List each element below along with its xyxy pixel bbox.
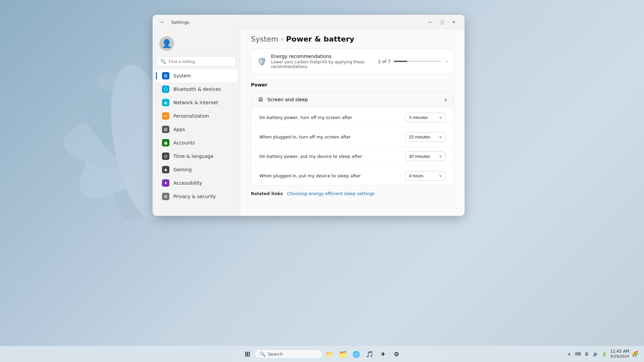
back-button[interactable]: ← <box>158 18 167 26</box>
taskbar-search-icon: 🔍 <box>260 351 265 357</box>
chevron-down-icon: ∨ <box>439 174 442 178</box>
sidebar-item-label: Accessibility <box>173 180 202 186</box>
telegram-icon: ✈️ <box>380 351 385 358</box>
table-row: On battery power, put my device to sleep… <box>251 146 453 166</box>
sidebar-item-label: Apps <box>173 127 185 132</box>
taskbar-right: ∧ ⌨ 🖥 🔊 🔋 11:45 AM 9/19/2024 🌈 <box>566 349 639 359</box>
dropdown-value: 3 minutes <box>409 115 428 120</box>
taskbar-edge-icon[interactable]: 🌐 <box>350 348 362 360</box>
music-icon: 🎵 <box>366 351 373 358</box>
volume-icon[interactable]: 🔊 <box>592 351 599 357</box>
system-tray: ∧ ⌨ 🖥 🔊 🔋 <box>566 351 607 357</box>
table-row: When plugged in, put my device to sleep … <box>251 166 453 185</box>
setting-label: When plugged in, put my device to sleep … <box>259 173 400 178</box>
related-link[interactable]: Choosing energy efficient sleep settings <box>287 191 374 196</box>
apps-icon: ⊞ <box>162 126 169 133</box>
energy-info: Energy recommendations Lower your carbon… <box>271 54 373 69</box>
system-icon: ⊞ <box>162 72 169 79</box>
files-icon: 📁 <box>326 351 333 358</box>
folder-icon: 🗂️ <box>339 351 346 358</box>
display-icon[interactable]: 🖥 <box>583 351 590 357</box>
maximize-button[interactable]: ⬜ <box>436 18 447 26</box>
power-section-title: Power <box>240 79 465 89</box>
breadcrumb: System › Power & battery <box>251 35 454 43</box>
search-box[interactable]: 🔍 <box>157 56 236 66</box>
panel-title: Screen and sleep <box>267 97 440 102</box>
sidebar-item-apps[interactable]: ⊞ Apps <box>155 123 237 136</box>
start-button[interactable]: ⊞ <box>241 348 254 360</box>
breadcrumb-current: Power & battery <box>286 35 355 43</box>
tray-expand-icon[interactable]: ∧ <box>566 351 573 357</box>
table-row: On battery power, turn off my screen aft… <box>251 108 453 127</box>
energy-chevron-icon: › <box>445 59 447 64</box>
screen-sleep-panel: 🖥 Screen and sleep ∧ On battery power, t… <box>251 91 454 186</box>
energy-icon: 🛡️ <box>257 57 266 66</box>
dropdown-value: 4 hours <box>409 173 423 178</box>
taskbar-center: ⊞ 🔍 Search 📁 🗂️ 🌐 🎵 ✈️ ⚙️ <box>241 348 402 360</box>
notification-icon[interactable]: 🌈 <box>632 351 639 357</box>
chevron-down-icon: ∨ <box>439 154 442 159</box>
taskbar-search[interactable]: 🔍 Search <box>255 350 322 358</box>
search-input[interactable] <box>169 59 232 64</box>
minimize-button[interactable]: — <box>424 18 435 26</box>
taskbar-folder-icon[interactable]: 🗂️ <box>337 348 349 360</box>
taskbar-time[interactable]: 11:45 AM 9/19/2024 <box>610 349 629 359</box>
sidebar-item-personalization[interactable]: ✏ Personalization <box>155 110 237 122</box>
window-title: Settings <box>171 20 189 25</box>
taskbar-telegram-icon[interactable]: ✈️ <box>377 348 389 360</box>
gaming-icon: ◈ <box>162 166 169 173</box>
sleep-plugged-dropdown[interactable]: 4 hours ∨ <box>405 171 445 181</box>
dropdown-value: 15 minutes <box>409 134 430 139</box>
panel-collapse-icon[interactable]: ∧ <box>444 97 447 102</box>
sidebar-item-accounts[interactable]: ◉ Accounts <box>155 136 237 149</box>
bluetooth-icon: ⬡ <box>162 85 169 93</box>
sidebar-item-bluetooth[interactable]: ⬡ Bluetooth & devices <box>155 83 237 96</box>
taskbar: ⊞ 🔍 Search 📁 🗂️ 🌐 🎵 ✈️ ⚙️ <box>0 346 644 362</box>
settings-window: ← Settings — ⬜ ✕ 👤 🔍 <box>153 15 465 216</box>
screen-sleep-icon: 🖥 <box>257 96 263 103</box>
keyboard-icon[interactable]: ⌨ <box>575 351 581 357</box>
screen-off-battery-dropdown[interactable]: 3 minutes ∨ <box>405 113 445 122</box>
taskbar-files-icon[interactable]: 📁 <box>323 348 335 360</box>
sidebar-item-privacy[interactable]: ⊛ Privacy & security <box>155 190 237 203</box>
content-header: System › Power & battery <box>240 29 465 43</box>
sidebar-item-time[interactable]: ⊙ Time & language <box>155 150 237 163</box>
energy-description: Lower your carbon footprint by applying … <box>271 60 373 69</box>
title-bar-left: ← Settings <box>158 18 189 26</box>
personalization-icon: ✏ <box>162 112 169 120</box>
battery-icon[interactable]: 🔋 <box>601 351 607 357</box>
energy-banner[interactable]: 🛡️ Energy recommendations Lower your car… <box>251 49 454 74</box>
user-profile: 👤 <box>153 32 240 56</box>
taskbar-settings-icon[interactable]: ⚙️ <box>390 348 402 360</box>
sidebar-item-system[interactable]: ⊞ System <box>155 69 237 82</box>
sidebar-item-label: Personalization <box>173 113 209 119</box>
sidebar-item-network[interactable]: ◈ Network & internet <box>155 96 237 109</box>
sidebar-item-accessibility[interactable]: ✦ Accessibility <box>155 177 237 189</box>
taskbar-music-icon[interactable]: 🎵 <box>364 348 376 360</box>
chevron-down-icon: ∨ <box>439 135 442 139</box>
title-bar: ← Settings — ⬜ ✕ <box>153 15 465 29</box>
breadcrumb-separator: › <box>281 35 286 43</box>
sidebar-item-label: Accounts <box>173 140 195 145</box>
panel-header[interactable]: 🖥 Screen and sleep ∧ <box>251 91 453 108</box>
windows-icon: ⊞ <box>245 350 251 358</box>
dropdown-value: 30 minutes <box>409 154 430 159</box>
setting-label: When plugged in, turn off my screen afte… <box>259 134 400 139</box>
sidebar-item-label: Time & language <box>173 154 213 159</box>
privacy-icon: ⊛ <box>162 193 169 200</box>
sidebar-item-label: Privacy & security <box>173 194 216 199</box>
related-links-label: Related links <box>251 191 283 196</box>
sleep-battery-dropdown[interactable]: 30 minutes ∨ <box>405 152 445 161</box>
settings-body: 👤 🔍 ⊞ System ⬡ Bluetooth & devices <box>153 29 465 216</box>
table-row: When plugged in, turn off my screen afte… <box>251 127 453 146</box>
breadcrumb-parent: System <box>251 35 278 43</box>
screen-off-plugged-dropdown[interactable]: 15 minutes ∨ <box>405 132 445 142</box>
accounts-icon: ◉ <box>162 139 169 146</box>
energy-title: Energy recommendations <box>271 54 373 59</box>
sidebar-item-label: Gaming <box>173 167 192 172</box>
sidebar-item-gaming[interactable]: ◈ Gaming <box>155 163 237 176</box>
progress-text: 2 of 7 <box>378 59 390 64</box>
sidebar: 👤 🔍 ⊞ System ⬡ Bluetooth & devices <box>153 29 240 216</box>
gear-icon: ⚙️ <box>394 351 399 358</box>
close-button[interactable]: ✕ <box>448 18 459 26</box>
